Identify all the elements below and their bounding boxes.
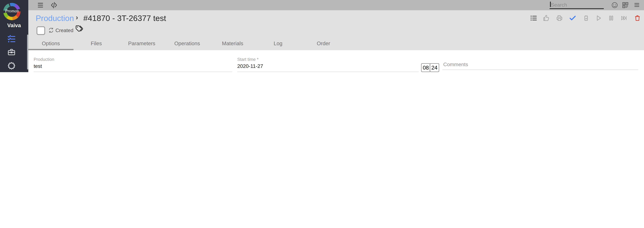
tab-options[interactable]: Options: [28, 37, 74, 50]
pause-icon[interactable]: [608, 15, 615, 22]
tab-files[interactable]: Files: [74, 37, 119, 50]
skip-forward-icon[interactable]: [620, 15, 628, 22]
start-minute-input[interactable]: [430, 63, 439, 72]
time-separator: :: [427, 65, 429, 70]
breadcrumb-section-link[interactable]: Production: [36, 13, 74, 23]
tab-log[interactable]: Log: [255, 37, 301, 50]
production-field: Production: [34, 57, 232, 72]
tab-bar: Options Files Parameters Operations Mate…: [28, 37, 346, 50]
production-input[interactable]: [34, 61, 232, 72]
smiley-icon[interactable]: [611, 2, 618, 9]
print-icon[interactable]: [556, 15, 563, 22]
breadcrumb-separator: ›: [76, 14, 78, 22]
refresh-status-icon[interactable]: [48, 27, 54, 33]
tab-parameters[interactable]: Parameters: [119, 37, 164, 50]
sidebar-item-tasks[interactable]: [7, 35, 16, 44]
list-view-icon[interactable]: [530, 15, 537, 22]
select-checkbox[interactable]: [36, 26, 45, 35]
thumbs-up-icon[interactable]: [542, 15, 550, 22]
sidebar-item-certificates[interactable]: [7, 61, 16, 70]
sidebar-item-projects[interactable]: [7, 48, 16, 57]
tab-operations[interactable]: Operations: [164, 37, 210, 50]
text-cursor: [550, 2, 551, 7]
proman-logo-text: Proman: [3, 9, 20, 13]
top-bar: [28, 0, 644, 10]
options-panel: Production Article STI Order test Sum Cu…: [28, 50, 644, 72]
confirm-check-icon[interactable]: [569, 15, 576, 22]
hamburger-menu-icon[interactable]: [36, 2, 44, 8]
menu-icon[interactable]: [633, 2, 640, 8]
briefcase-icon: [7, 48, 16, 57]
search-field: [550, 1, 604, 9]
sidebar: Proman Vaiva: [0, 0, 28, 72]
qr-code-icon[interactable]: [622, 2, 629, 9]
comments-input[interactable]: [442, 61, 638, 70]
start-hour-input[interactable]: [421, 63, 430, 72]
checklist-icon: [7, 35, 16, 44]
tab-order[interactable]: Order: [301, 37, 346, 50]
page-title: #41870 - 3T-26377 test: [83, 13, 166, 23]
start-date-input[interactable]: [237, 61, 419, 72]
badge-icon: [7, 61, 16, 70]
tab-materials[interactable]: Materials: [210, 37, 255, 50]
search-input[interactable]: [550, 1, 605, 9]
delete-icon[interactable]: [634, 15, 641, 22]
proman-logo[interactable]: Proman: [3, 3, 20, 20]
play-icon[interactable]: [595, 15, 602, 22]
page-header: Production › #41870 - 3T-26377 test Crea…: [28, 10, 644, 50]
start-time-label: Start time *: [237, 57, 419, 61]
code-icon[interactable]: [50, 1, 58, 9]
battery-check-icon[interactable]: [582, 15, 590, 22]
sidebar-scrollbar[interactable]: [27, 35, 28, 70]
production-label: Production: [34, 57, 232, 61]
tags-icon[interactable]: [75, 25, 84, 33]
app-window: Proman Vaiva: [0, 0, 644, 72]
status-badge: Created: [56, 28, 73, 33]
workspace-name: Vaiva: [0, 22, 28, 28]
start-time-field: Start time *: [237, 57, 419, 72]
